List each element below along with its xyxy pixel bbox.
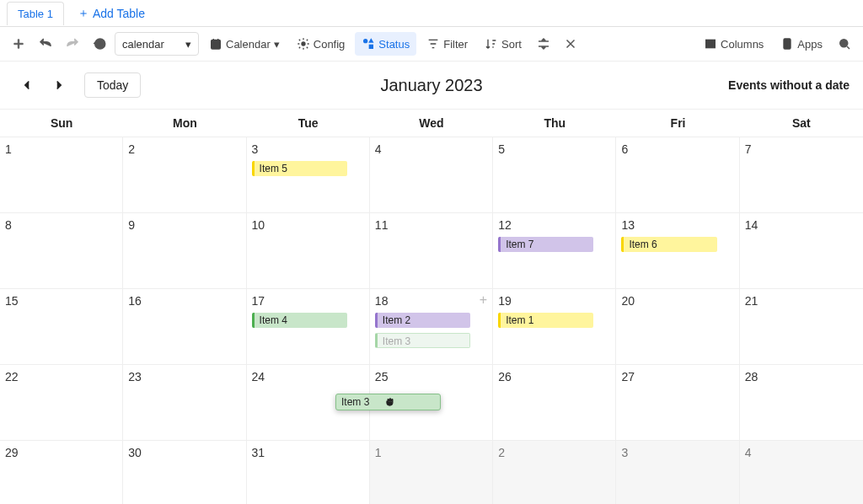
add-row-button[interactable] bbox=[7, 32, 30, 56]
day-cell[interactable]: 2 bbox=[493, 441, 616, 504]
weekday-header: Thu bbox=[493, 110, 616, 137]
day-number: 29 bbox=[5, 446, 19, 459]
calendar-icon bbox=[209, 37, 222, 51]
status-button[interactable]: Status bbox=[355, 32, 416, 56]
day-cell[interactable]: 2 bbox=[123, 137, 246, 213]
config-button[interactable]: Config bbox=[290, 32, 352, 56]
day-cell[interactable]: 17 Item 4 bbox=[247, 289, 370, 365]
svg-point-8 bbox=[840, 40, 848, 47]
apps-label: Apps bbox=[797, 38, 823, 51]
day-number: 19 bbox=[498, 294, 512, 308]
day-cell[interactable]: 15 bbox=[0, 289, 123, 365]
event-item4[interactable]: Item 4 bbox=[252, 313, 347, 328]
redo-button[interactable] bbox=[61, 32, 84, 56]
day-cell[interactable]: 8 bbox=[0, 213, 123, 289]
event-item3-ghost: Item 3 bbox=[375, 333, 470, 348]
columns-button[interactable]: Columns bbox=[697, 32, 770, 56]
day-cell[interactable]: 31 bbox=[247, 441, 370, 504]
event-item6[interactable]: Item 6 bbox=[621, 237, 716, 252]
day-cell[interactable]: 20 bbox=[616, 289, 739, 365]
day-cell[interactable]: 3 bbox=[616, 441, 739, 504]
columns-label: Columns bbox=[721, 38, 764, 51]
next-month-button[interactable] bbox=[46, 72, 72, 99]
sort-button[interactable]: Sort bbox=[478, 32, 528, 56]
day-cell[interactable]: 23 bbox=[123, 365, 246, 441]
day-number: 18 bbox=[375, 294, 389, 308]
day-cell[interactable]: 29 bbox=[0, 441, 123, 504]
event-item7[interactable]: Item 7 bbox=[498, 237, 593, 252]
sort-label: Sort bbox=[501, 38, 522, 51]
event-item1[interactable]: Item 1 bbox=[498, 313, 593, 328]
day-cell[interactable]: 7 bbox=[740, 137, 863, 213]
today-button[interactable]: Today bbox=[84, 72, 141, 98]
svg-rect-4 bbox=[370, 45, 373, 48]
day-number: 26 bbox=[498, 370, 512, 383]
caret-down-icon: ▾ bbox=[185, 38, 191, 51]
plus-icon: ＋ bbox=[78, 6, 89, 21]
tab-table1[interactable]: Table 1 bbox=[7, 2, 64, 25]
day-number: 13 bbox=[621, 218, 635, 232]
day-cell[interactable]: 27 bbox=[616, 365, 739, 441]
day-cell[interactable]: 14 bbox=[740, 213, 863, 289]
event-item2[interactable]: Item 2 bbox=[375, 313, 470, 328]
day-cell[interactable]: 9 bbox=[123, 213, 246, 289]
columns-icon bbox=[704, 37, 717, 51]
day-number: 12 bbox=[498, 218, 512, 232]
add-table-button[interactable]: ＋ Add Table bbox=[71, 3, 152, 24]
day-cell[interactable]: 19 Item 1 bbox=[493, 289, 616, 365]
caret-down-icon: ▾ bbox=[274, 38, 280, 51]
day-cell[interactable]: 12 Item 7 bbox=[493, 213, 616, 289]
day-number: 15 bbox=[5, 294, 19, 308]
prev-month-button[interactable] bbox=[13, 72, 40, 99]
config-label: Config bbox=[314, 38, 346, 51]
day-number: 27 bbox=[621, 370, 635, 383]
filter-button[interactable]: Filter bbox=[420, 32, 474, 56]
day-number: 4 bbox=[375, 142, 382, 156]
day-number: 10 bbox=[252, 218, 265, 232]
history-button[interactable] bbox=[88, 32, 111, 56]
events-without-date-button[interactable]: Events without a date bbox=[728, 78, 850, 92]
row-height-button[interactable] bbox=[532, 32, 555, 56]
event-item5[interactable]: Item 5 bbox=[252, 161, 347, 176]
day-number: 20 bbox=[621, 294, 635, 308]
day-cell[interactable]: 4 bbox=[740, 441, 863, 504]
close-button[interactable] bbox=[559, 32, 582, 56]
day-cell[interactable]: 4 bbox=[370, 137, 493, 213]
day-cell[interactable]: 1 bbox=[0, 137, 123, 213]
view-label: Calendar bbox=[226, 38, 271, 51]
weekday-header: Wed bbox=[370, 110, 493, 137]
day-cell[interactable]: 16 bbox=[123, 289, 246, 365]
day-number: 3 bbox=[621, 446, 628, 459]
day-number: 3 bbox=[252, 142, 259, 156]
day-cell[interactable]: 3 Item 5 bbox=[247, 137, 370, 213]
day-cell[interactable]: 13 Item 6 bbox=[616, 213, 739, 289]
day-number: 4 bbox=[745, 446, 752, 459]
page-title: January 2023 bbox=[380, 76, 482, 95]
apps-button[interactable]: Apps bbox=[774, 32, 829, 56]
day-number: 14 bbox=[745, 218, 758, 232]
day-cell[interactable]: + 18 Item 2 Item 3 bbox=[370, 289, 493, 365]
search-button[interactable] bbox=[833, 32, 856, 56]
day-cell[interactable]: 6 bbox=[616, 137, 739, 213]
dragging-event-item3[interactable]: Item 3 bbox=[335, 394, 441, 410]
add-event-icon[interactable]: + bbox=[480, 294, 487, 306]
dataset-label: calendar bbox=[122, 38, 164, 51]
svg-point-7 bbox=[787, 46, 788, 47]
svg-rect-5 bbox=[706, 40, 716, 47]
day-cell[interactable]: 22 bbox=[0, 365, 123, 441]
grab-cursor-icon bbox=[384, 396, 396, 408]
day-cell[interactable]: 1 bbox=[370, 441, 493, 504]
day-cell[interactable]: 5 bbox=[493, 137, 616, 213]
day-cell[interactable]: 28 bbox=[740, 365, 863, 441]
svg-point-3 bbox=[364, 40, 367, 43]
view-switcher[interactable]: Calendar ▾ bbox=[202, 32, 287, 56]
day-cell[interactable]: 30 bbox=[123, 441, 246, 504]
day-cell[interactable]: 10 bbox=[247, 213, 370, 289]
day-cell[interactable]: 11 bbox=[370, 213, 493, 289]
undo-button[interactable] bbox=[34, 32, 57, 56]
sort-icon bbox=[485, 37, 498, 51]
dataset-dropdown[interactable]: calendar ▾ bbox=[115, 32, 199, 56]
filter-icon bbox=[426, 37, 440, 51]
day-cell[interactable]: 26 bbox=[493, 365, 616, 441]
day-cell[interactable]: 21 bbox=[740, 289, 863, 365]
